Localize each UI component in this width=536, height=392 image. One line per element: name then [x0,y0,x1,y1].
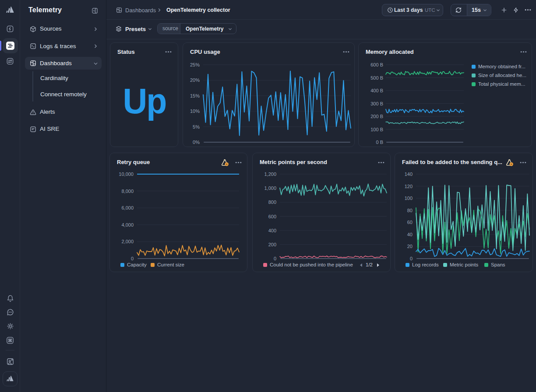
svg-text:100: 100 [405,196,413,201]
svg-text:1,200: 1,200 [264,172,276,177]
svg-text:100 B: 100 B [370,127,383,132]
svg-text:20%: 20% [190,77,200,83]
svg-text:200: 200 [268,242,276,247]
svg-text:5%: 5% [193,124,200,130]
svg-text:2,000: 2,000 [121,239,134,244]
svg-text:120: 120 [405,184,413,189]
svg-text:0: 0 [410,256,413,261]
svg-text:80: 80 [407,208,413,213]
svg-text:40: 40 [407,232,413,237]
svg-text:400 B: 400 B [370,88,383,93]
svg-text:500 B: 500 B [370,75,383,80]
svg-text:25%: 25% [190,62,200,67]
svg-text:140: 140 [405,172,413,177]
svg-text:20: 20 [407,244,413,249]
svg-text:10,000: 10,000 [119,172,134,177]
svg-text:60: 60 [407,220,413,225]
svg-text:15%: 15% [190,93,200,98]
svg-text:0: 0 [274,256,276,261]
svg-text:10%: 10% [190,108,200,114]
svg-text:200 B: 200 B [370,114,383,119]
svg-text:1,000: 1,000 [264,186,276,191]
svg-text:6,000: 6,000 [121,205,134,210]
svg-text:0: 0 [131,256,134,261]
svg-text:300 B: 300 B [370,101,383,106]
svg-text:800: 800 [268,200,276,205]
svg-text:0 B: 0 B [376,140,383,145]
svg-text:0%: 0% [193,140,200,145]
svg-text:600: 600 [268,214,276,219]
svg-text:400: 400 [268,228,276,233]
svg-text:8,000: 8,000 [121,189,134,194]
svg-text:4,000: 4,000 [121,222,134,228]
svg-text:600 B: 600 B [370,62,383,67]
